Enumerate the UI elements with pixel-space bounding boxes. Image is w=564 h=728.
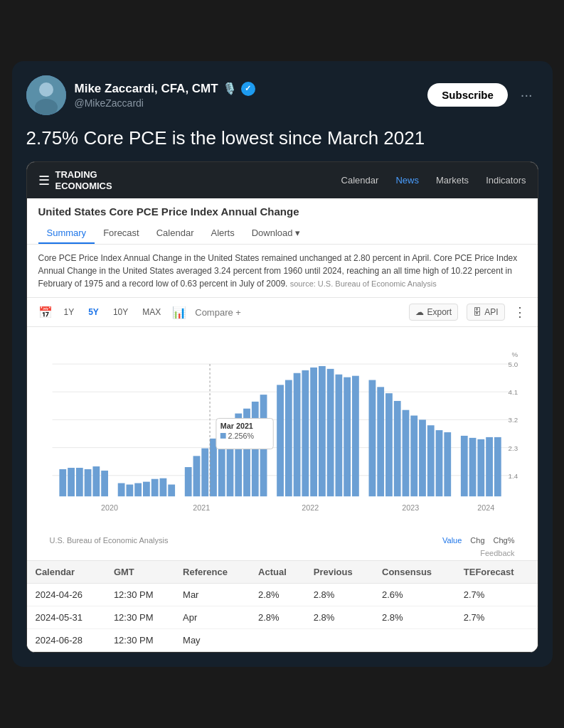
avatar-image — [26, 75, 66, 115]
table-cell: 2024-04-26 — [27, 584, 105, 606]
svg-text:2.3: 2.3 — [508, 444, 518, 452]
table-cell: 2.8% — [305, 584, 373, 606]
svg-rect-59 — [477, 439, 484, 496]
svg-text:2021: 2021 — [193, 503, 210, 512]
api-button[interactable]: 🗄 API — [467, 304, 504, 321]
description-text: Core PCE Price Index Annual Change in th… — [38, 253, 518, 289]
time-btn-max[interactable]: MAX — [139, 306, 164, 318]
table-cell — [373, 629, 455, 652]
svg-text:2023: 2023 — [402, 503, 419, 512]
chart-controls: 📅 1Y 5Y 10Y MAX 📊 ☁ Export 🗄 API ⋮ — [27, 298, 538, 327]
table-cell: 2.8% — [373, 606, 455, 629]
table-cell: 2.8% — [250, 606, 305, 629]
svg-text:2020: 2020 — [100, 503, 117, 512]
svg-rect-22 — [134, 483, 142, 497]
svg-rect-15 — [68, 469, 75, 497]
svg-rect-24 — [151, 479, 158, 497]
data-table: Calendar GMT Reference Actual Previous C… — [27, 561, 538, 652]
col-previous: Previous — [305, 561, 373, 584]
nav-indicators[interactable]: Indicators — [486, 175, 526, 186]
tab-summary[interactable]: Summary — [38, 223, 95, 244]
table-row: 2024-06-2812:30 PMMay — [27, 629, 538, 652]
source-credit: U.S. Bureau of Economic Analysis — [50, 536, 169, 545]
subscribe-button[interactable]: Subscribe — [427, 83, 508, 107]
svg-rect-52 — [410, 416, 417, 497]
tab-download[interactable]: Download ▾ — [243, 223, 309, 244]
table-cell — [250, 629, 305, 652]
chart-svg-container: % 5.0 4.1 3.2 2.3 1.4 — [38, 334, 526, 533]
svg-rect-58 — [469, 438, 476, 496]
time-btn-5y[interactable]: 5Y — [85, 306, 102, 318]
bar-chart-svg: % 5.0 4.1 3.2 2.3 1.4 — [38, 334, 526, 533]
compare-input[interactable] — [195, 307, 400, 318]
calendar-icon[interactable]: 📅 — [38, 306, 53, 319]
svg-text:5.0: 5.0 — [508, 360, 518, 368]
col-reference: Reference — [174, 561, 250, 584]
svg-rect-21 — [126, 485, 133, 497]
svg-text:Mar 2021: Mar 2021 — [220, 422, 252, 431]
table-header-row: Calendar GMT Reference Actual Previous C… — [27, 561, 538, 584]
svg-rect-29 — [201, 449, 208, 497]
te-header: ☰ TRADING ECONOMICS Calendar News Market… — [27, 162, 538, 198]
tab-forecast[interactable]: Forecast — [95, 223, 148, 244]
svg-point-1 — [39, 82, 53, 97]
col-teforecast: TEForecast — [455, 561, 538, 584]
svg-point-2 — [35, 99, 58, 115]
svg-rect-61 — [494, 437, 501, 496]
svg-rect-45 — [344, 378, 351, 497]
svg-text:2022: 2022 — [302, 503, 319, 512]
source-text: source: U.S. Bureau of Economic Analysis — [290, 279, 437, 288]
more-chart-options-icon[interactable]: ⋮ — [514, 304, 526, 320]
nav-calendar[interactable]: Calendar — [341, 175, 379, 186]
feedback-link[interactable]: Feedback — [480, 549, 514, 557]
hamburger-icon[interactable]: ☰ — [38, 173, 50, 188]
svg-rect-70 — [220, 434, 225, 439]
table-cell — [305, 629, 373, 652]
chg-pct-link[interactable]: Chg% — [494, 536, 515, 545]
chart-type-icon[interactable]: 📊 — [172, 306, 186, 319]
svg-rect-28 — [193, 456, 200, 497]
table-cell: 12:30 PM — [105, 629, 174, 652]
col-consensus: Consensus — [373, 561, 455, 584]
tab-alerts[interactable]: Alerts — [202, 223, 243, 244]
cloud-upload-icon: ☁ — [415, 307, 424, 317]
svg-rect-46 — [352, 376, 359, 497]
table-cell: Apr — [174, 606, 250, 629]
table-row: 2024-04-2612:30 PMMar2.8%2.8%2.6%2.7% — [27, 584, 538, 606]
svg-rect-23 — [143, 482, 150, 497]
svg-rect-48 — [377, 387, 384, 497]
svg-rect-20 — [117, 483, 124, 497]
table-cell: Mar — [174, 584, 250, 606]
svg-rect-30 — [210, 439, 217, 496]
tab-calendar[interactable]: Calendar — [148, 223, 203, 244]
svg-text:3.2: 3.2 — [508, 417, 518, 424]
svg-rect-44 — [335, 375, 342, 497]
feedback-area: Feedback — [38, 547, 526, 560]
svg-rect-17 — [84, 469, 91, 496]
time-btn-1y[interactable]: 1Y — [61, 306, 78, 318]
svg-rect-37 — [277, 385, 284, 497]
svg-rect-56 — [444, 433, 451, 497]
chart-title-bar: United States Core PCE Price Index Annua… — [27, 198, 538, 245]
value-link[interactable]: Value — [442, 536, 462, 545]
svg-rect-25 — [159, 478, 166, 496]
svg-rect-55 — [435, 431, 442, 497]
svg-text:2024: 2024 — [477, 503, 494, 512]
chart-area: % 5.0 4.1 3.2 2.3 1.4 — [27, 327, 538, 560]
tweet-header: Mike Zaccardi, CFA, CMT 🎙️ ✓ @MikeZaccar… — [26, 75, 538, 115]
nav-news[interactable]: News — [395, 175, 419, 186]
table-cell: May — [174, 629, 250, 652]
svg-rect-50 — [393, 401, 400, 496]
verified-icon: ✓ — [241, 82, 255, 96]
chart-footer: U.S. Bureau of Economic Analysis Value C… — [38, 533, 526, 547]
chg-link[interactable]: Chg — [470, 536, 484, 545]
svg-rect-51 — [402, 410, 409, 497]
export-button[interactable]: ☁ Export — [409, 304, 458, 321]
time-btn-10y[interactable]: 10Y — [110, 306, 131, 318]
col-calendar: Calendar — [27, 561, 105, 584]
nav-markets[interactable]: Markets — [436, 175, 469, 186]
svg-text:1.4: 1.4 — [508, 472, 518, 480]
more-options-button[interactable]: ··· — [515, 84, 538, 106]
svg-rect-18 — [92, 467, 100, 497]
svg-rect-39 — [293, 373, 300, 496]
